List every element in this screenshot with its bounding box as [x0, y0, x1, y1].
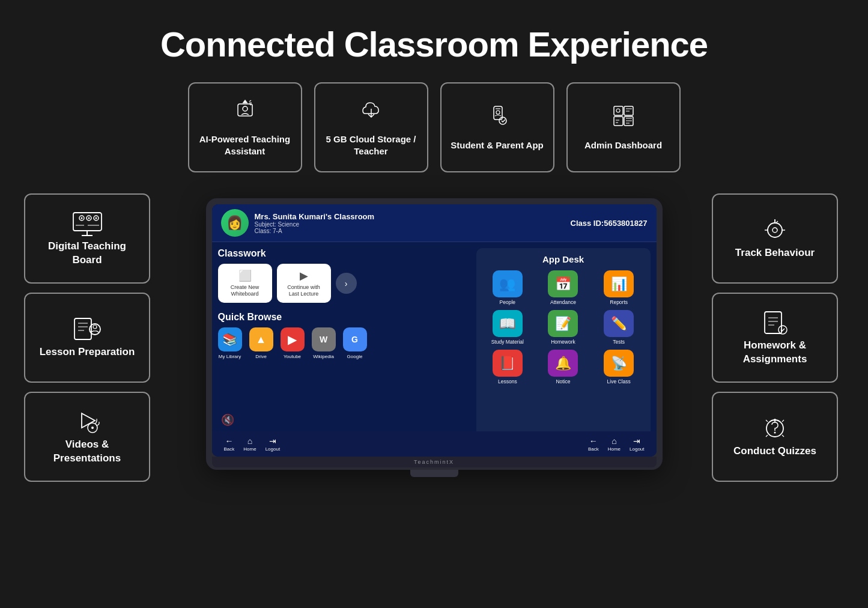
- desk-app-study-material[interactable]: 📖 Study Material: [482, 310, 533, 345]
- google-icon: G: [343, 327, 367, 351]
- homework-label: Homework: [551, 339, 575, 345]
- svg-point-26: [772, 228, 777, 233]
- digital-teaching-label: Digital Teaching Board: [34, 240, 140, 266]
- google-label: Google: [347, 354, 363, 359]
- svg-point-9: [616, 109, 620, 112]
- wikipedia-icon: W: [312, 327, 336, 351]
- reports-icon: 📊: [604, 270, 634, 297]
- app-google[interactable]: G Google: [343, 327, 367, 359]
- footer-nav-left: ← Back ⌂ Home ⇥ Logout: [224, 436, 281, 452]
- side-box-lesson-prep: Lesson Preparation: [24, 293, 150, 383]
- svg-point-31: [774, 432, 776, 434]
- feature-card-admin: Admin Dashboard: [566, 82, 681, 172]
- study-material-icon: 📖: [493, 310, 523, 337]
- screen-header: 👩 Mrs. Sunita Kumari's Classroom Subject…: [212, 204, 657, 242]
- teacher-text: Mrs. Sunita Kumari's Classroom Subject: …: [255, 212, 375, 234]
- desk-app-live-class[interactable]: 📡 Live Class: [593, 350, 645, 385]
- logout-label-right: Logout: [630, 446, 644, 452]
- attendance-label: Attendance: [550, 299, 576, 305]
- desk-app-tests[interactable]: ✏️ Tests: [593, 310, 645, 345]
- youtube-icon: ▶: [281, 327, 305, 351]
- home-label-right: Home: [608, 446, 621, 452]
- desk-app-attendance[interactable]: 📅 Attendance: [538, 270, 589, 305]
- create-whiteboard-label: Create New Whiteboard: [224, 284, 266, 297]
- drive-label: Drive: [255, 354, 267, 359]
- feature-card-cloud: 5 GB Cloud Storage / Teacher: [314, 82, 428, 172]
- svg-rect-19: [74, 318, 91, 339]
- ai-teaching-icon: [233, 98, 257, 127]
- side-box-digital-teaching: Digital Teaching Board: [24, 193, 150, 284]
- svg-point-12: [80, 217, 82, 219]
- study-material-label: Study Material: [491, 339, 524, 345]
- desk-app-homework[interactable]: 📝 Homework: [538, 310, 589, 345]
- reports-label: Reports: [610, 299, 628, 305]
- main-section: Digital Teaching Board Lesson Preparatio…: [0, 193, 868, 482]
- attendance-icon: 📅: [548, 270, 578, 297]
- teacher-subject: Subject: Science: [255, 221, 375, 228]
- monitor-bottom-bar: TeachmintX: [212, 457, 657, 467]
- svg-rect-7: [614, 117, 623, 126]
- homework-assignments-icon: [760, 309, 790, 339]
- homework-icon: 📝: [548, 310, 578, 337]
- logout-icon-right: ⇥: [633, 436, 640, 446]
- app-wikipedia[interactable]: W Wikipedia: [312, 327, 336, 359]
- classwork-title: Classwork: [218, 248, 470, 259]
- student-parent-label: Student & Parent App: [451, 139, 543, 151]
- student-parent-icon: [485, 104, 509, 133]
- feature-card-student: Student & Parent App: [440, 82, 554, 172]
- drive-icon: ▲: [249, 327, 273, 351]
- left-panel: Classwork ⬜ Create New Whiteboard ▶ Cont…: [218, 248, 470, 440]
- desk-app-reports[interactable]: 📊 Reports: [593, 270, 645, 305]
- nav-home-right[interactable]: ⌂ Home: [608, 436, 621, 452]
- view-all-button[interactable]: ›: [336, 273, 357, 294]
- cloud-storage-icon: [359, 98, 383, 127]
- nav-logout-right[interactable]: ⇥ Logout: [630, 436, 644, 452]
- nav-back-right[interactable]: ← Back: [588, 436, 599, 452]
- admin-dashboard-icon: [612, 104, 636, 133]
- monitor-brand: TeachmintX: [414, 459, 454, 465]
- side-box-track-behaviour: Track Behaviour: [712, 193, 838, 284]
- tests-icon: ✏️: [604, 310, 634, 337]
- continue-lecture-card[interactable]: ▶ Continue with Last Lecture: [277, 264, 331, 303]
- svg-point-30: [774, 419, 776, 421]
- home-icon-left: ⌂: [247, 436, 252, 446]
- nav-home-left[interactable]: ⌂ Home: [243, 436, 256, 452]
- desk-app-notice[interactable]: 🔔 Notice: [538, 350, 589, 385]
- left-side-column: Digital Teaching Board Lesson Preparatio…: [24, 193, 156, 482]
- app-youtube[interactable]: ▶ Youtube: [281, 327, 305, 359]
- back-label-left: Back: [224, 446, 235, 452]
- svg-point-16: [95, 217, 97, 219]
- footer-nav-right: ← Back ⌂ Home ⇥ Logout: [588, 436, 645, 452]
- monitor-screen: 👩 Mrs. Sunita Kumari's Classroom Subject…: [212, 204, 657, 457]
- monitor-outer: 👩 Mrs. Sunita Kumari's Classroom Subject…: [206, 198, 663, 470]
- conduct-quizzes-label: Conduct Quizzes: [733, 445, 816, 458]
- svg-point-14: [88, 217, 90, 219]
- svg-rect-10: [73, 213, 102, 231]
- ai-teaching-label: AI-Powered Teaching Assistant: [198, 133, 292, 157]
- app-desk-title: App Desk: [482, 254, 645, 264]
- desk-app-people[interactable]: 👥 People: [482, 270, 533, 305]
- create-whiteboard-card[interactable]: ⬜ Create New Whiteboard: [218, 264, 272, 303]
- svg-point-4: [499, 117, 506, 124]
- svg-point-1: [243, 106, 247, 111]
- nav-back-left[interactable]: ← Back: [224, 436, 235, 452]
- notice-icon: 🔔: [548, 350, 578, 377]
- home-icon-right: ⌂: [612, 436, 616, 446]
- page-title: Connected Classroom Experience: [0, 0, 868, 82]
- app-drive[interactable]: ▲ Drive: [249, 327, 273, 359]
- monitor-wrapper: 👩 Mrs. Sunita Kumari's Classroom Subject…: [174, 198, 694, 477]
- svg-rect-0: [238, 104, 252, 116]
- videos-icon: [71, 409, 104, 438]
- svg-point-3: [496, 111, 500, 114]
- svg-rect-5: [614, 106, 623, 115]
- feature-card-ai: AI-Powered Teaching Assistant: [188, 82, 302, 172]
- desk-app-lessons[interactable]: 📕 Lessons: [482, 350, 533, 385]
- nav-logout-left[interactable]: ⇥ Logout: [266, 436, 280, 452]
- admin-dashboard-label: Admin Dashboard: [584, 139, 662, 151]
- app-my-library[interactable]: 📚 My Library: [218, 327, 242, 359]
- quick-browse-section: Quick Browse 📚 My Library ▲ Drive: [218, 312, 470, 359]
- lesson-prep-label: Lesson Preparation: [40, 345, 135, 359]
- my-library-label: My Library: [219, 354, 241, 359]
- back-label-right: Back: [588, 446, 599, 452]
- lessons-icon: 📕: [493, 350, 523, 377]
